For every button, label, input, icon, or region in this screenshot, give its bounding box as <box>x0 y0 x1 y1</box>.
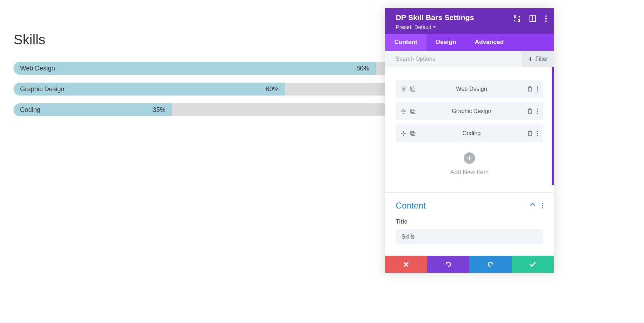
undo-button[interactable] <box>427 256 469 273</box>
tab-design[interactable]: Design <box>426 34 465 51</box>
svg-point-6 <box>545 18 547 19</box>
skill-percent: 80% <box>356 65 369 72</box>
filter-label: Filter <box>535 56 548 62</box>
svg-point-26 <box>542 203 543 204</box>
trash-icon[interactable] <box>527 86 532 92</box>
svg-rect-21 <box>411 131 414 134</box>
svg-point-27 <box>542 205 543 206</box>
skill-label: Coding <box>20 106 40 114</box>
more-icon[interactable] <box>542 203 543 209</box>
skill-bar-fill: Coding 35% <box>14 103 172 116</box>
item-right-icons <box>527 131 538 136</box>
scrollbar[interactable] <box>552 67 554 185</box>
snap-icon[interactable] <box>530 15 536 22</box>
svg-point-25 <box>537 135 538 136</box>
svg-point-14 <box>403 111 404 112</box>
svg-rect-15 <box>411 109 414 112</box>
trash-icon[interactable] <box>527 131 532 136</box>
redo-button[interactable] <box>469 256 512 273</box>
search-input[interactable] <box>385 51 522 67</box>
panel-title: DP Skill Bars Settings <box>396 13 474 22</box>
skills-title: Skills <box>14 32 385 48</box>
svg-point-13 <box>537 90 538 92</box>
gear-icon[interactable] <box>401 131 406 136</box>
search-row: Filter <box>385 51 554 67</box>
plus-icon <box>528 57 533 62</box>
svg-point-17 <box>537 108 538 109</box>
skill-bar-fill: Web Design 80% <box>14 62 376 75</box>
panel-tabs: Content Design Advanced <box>385 34 554 51</box>
item-label: Coding <box>416 130 527 137</box>
close-icon <box>403 261 409 267</box>
panel-header-left: DP Skill Bars Settings Preset: Default <box>396 13 474 30</box>
svg-rect-22 <box>412 132 415 136</box>
item-row[interactable]: Web Design <box>396 80 543 98</box>
skill-percent: 35% <box>153 106 166 114</box>
save-button[interactable] <box>512 256 554 273</box>
panel-body: Web Design Graphic Design <box>385 67 554 256</box>
items-section: Web Design Graphic Design <box>385 67 554 192</box>
chevron-up-icon[interactable] <box>530 203 535 209</box>
tab-advanced[interactable]: Advanced <box>465 34 513 51</box>
duplicate-icon[interactable] <box>410 86 416 92</box>
chevron-down-icon <box>433 25 436 29</box>
svg-rect-16 <box>412 110 415 113</box>
item-label: Graphic Design <box>416 108 527 114</box>
item-left-icons <box>401 131 416 136</box>
item-row[interactable]: Graphic Design <box>396 102 543 120</box>
preset-selector[interactable]: Preset: Default <box>396 24 474 30</box>
svg-rect-9 <box>411 87 414 90</box>
preset-label: Preset: Default <box>396 24 431 30</box>
skill-percent: 60% <box>266 85 279 93</box>
title-input[interactable] <box>396 229 543 244</box>
title-field-label: Title <box>396 219 543 225</box>
svg-point-11 <box>537 86 538 87</box>
content-section-header[interactable]: Content <box>396 201 543 211</box>
panel-header: DP Skill Bars Settings Preset: Default <box>385 8 554 34</box>
item-row[interactable]: Coding <box>396 124 543 142</box>
panel-header-icons <box>514 13 547 22</box>
undo-icon <box>445 261 452 268</box>
gear-icon[interactable] <box>401 108 406 114</box>
add-new-item: Add New Item <box>396 147 543 185</box>
skill-label: Web Design <box>20 65 55 72</box>
skill-bar-fill: Graphic Design 60% <box>14 83 285 96</box>
plus-icon <box>467 156 472 161</box>
more-icon[interactable] <box>537 86 538 92</box>
more-icon[interactable] <box>537 108 538 114</box>
gear-icon[interactable] <box>401 86 406 92</box>
panel-footer <box>385 256 554 273</box>
content-header-icons <box>530 203 543 209</box>
trash-icon[interactable] <box>527 108 532 114</box>
add-button[interactable] <box>464 152 475 164</box>
duplicate-icon[interactable] <box>410 108 416 114</box>
check-icon <box>529 261 536 267</box>
filter-button[interactable]: Filter <box>522 51 554 67</box>
svg-point-28 <box>542 207 543 208</box>
duplicate-icon[interactable] <box>410 131 416 136</box>
more-icon[interactable] <box>545 15 547 22</box>
redo-icon <box>487 261 494 268</box>
item-label: Web Design <box>416 86 527 92</box>
svg-point-5 <box>545 15 547 17</box>
skill-label: Graphic Design <box>20 85 64 93</box>
more-icon[interactable] <box>537 131 538 136</box>
svg-rect-10 <box>412 88 415 91</box>
svg-point-20 <box>403 133 404 134</box>
item-right-icons <box>527 86 538 92</box>
preview-area: Skills Web Design 80% Graphic Design 60%… <box>0 0 385 124</box>
svg-point-12 <box>537 88 538 89</box>
svg-point-19 <box>537 113 538 114</box>
cancel-button[interactable] <box>385 256 427 273</box>
svg-point-24 <box>537 133 538 134</box>
svg-point-8 <box>403 88 404 90</box>
tab-content[interactable]: Content <box>385 34 426 51</box>
svg-point-7 <box>545 20 547 22</box>
content-section-title: Content <box>396 201 426 211</box>
item-right-icons <box>527 108 538 114</box>
item-left-icons <box>401 108 416 114</box>
settings-panel: DP Skill Bars Settings Preset: Default C… <box>385 8 554 273</box>
expand-icon[interactable] <box>514 15 520 22</box>
content-section: Content Title <box>385 193 554 251</box>
item-left-icons <box>401 86 416 92</box>
